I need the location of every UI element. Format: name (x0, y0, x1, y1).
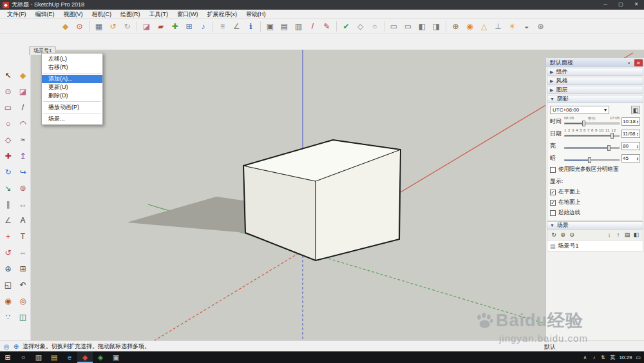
plant-component-icon[interactable]: ✚ (169, 20, 181, 32)
menu-window[interactable]: 窗口(W) (173, 10, 203, 18)
hidden-icons-expand-icon[interactable]: ∧ (582, 355, 588, 360)
dark-input[interactable]: 45 ▲▼ (621, 154, 640, 162)
date-slider[interactable]: 1 2 3 4 5 6 7 8 9 10 11 12 (564, 129, 620, 139)
section-shadows[interactable]: ▼ 阴影 (547, 95, 643, 103)
pin-icon[interactable]: ▪ (625, 60, 633, 66)
date-spinner[interactable]: ▲▼ (636, 132, 639, 136)
file-explorer-button[interactable]: ▤ (46, 351, 62, 363)
3d-text-tool-icon[interactable]: T (17, 230, 29, 242)
box-tool-icon-3[interactable]: ▥ (292, 20, 305, 32)
section-layers[interactable]: ▶ 图层 (547, 86, 643, 94)
walk-tool-icon[interactable]: ∵ (2, 311, 14, 323)
panel-close-button[interactable]: ✕ (634, 59, 643, 66)
solid-tool-icon-1[interactable]: ◇ (354, 20, 366, 32)
move-tool-icon[interactable]: ✚ (2, 150, 14, 162)
rotate-tool-icon[interactable]: ↻ (2, 166, 14, 178)
view-icon-2[interactable]: ▭ (402, 20, 414, 32)
start-button[interactable]: ⊞ (0, 351, 15, 363)
claim-credit-icon[interactable]: ⊕ (12, 342, 20, 350)
tray-default-label[interactable]: 默认 (544, 343, 556, 351)
dimension-tool-icon[interactable]: ↔ (17, 198, 29, 210)
geolocation-icon[interactable]: ◎ (3, 342, 10, 350)
style-icon-1[interactable]: ◧ (416, 20, 428, 32)
date-input[interactable]: 11/08 ▲▼ (621, 130, 640, 138)
scale-tool-icon[interactable]: ↘ (2, 182, 14, 194)
circle-tool-icon[interactable]: ○ (2, 117, 14, 130)
zoom-tool-icon[interactable]: ⊕ (2, 262, 14, 275)
box-tool-icon-2[interactable]: ▤ (278, 20, 290, 32)
time-spinner[interactable]: ▲▼ (636, 120, 639, 124)
push-pull-tool-icon[interactable]: ↥ (17, 150, 29, 162)
dark-slider-thumb[interactable] (588, 157, 591, 163)
dimension-icon[interactable]: ∠ (231, 20, 243, 32)
redo-icon[interactable]: ↻ (121, 20, 133, 32)
section-plane-tool-icon[interactable]: ◫ (17, 311, 29, 323)
maximize-button[interactable]: ▢ (613, 0, 629, 10)
scene-add-icon[interactable]: ⊕ (559, 231, 567, 239)
checkbox-use-sun[interactable] (550, 167, 556, 173)
eraser-tool-icon[interactable]: ◪ (17, 85, 29, 97)
pencil-tool-icon[interactable]: ✎ (321, 20, 333, 32)
select-tool-icon[interactable]: ↖ (2, 69, 14, 81)
position-camera-icon[interactable]: ⊕ (450, 20, 462, 32)
eraser-icon[interactable]: ◪ (140, 20, 153, 32)
validate-check-icon[interactable]: ✔ (340, 20, 352, 32)
scene-move-up-icon[interactable]: ↑ (614, 231, 622, 239)
checkbox-on-ground[interactable]: ✓ (550, 200, 556, 206)
menu-item-update[interactable]: 更新(U) (42, 83, 102, 92)
network-icon[interactable]: ⇅ (600, 355, 606, 360)
menu-item-add[interactable]: 添加(A)... (42, 75, 102, 83)
light-slider[interactable] (564, 141, 620, 151)
freehand-tool-icon[interactable]: ≈ (17, 133, 29, 146)
edge-browser-button[interactable]: e (62, 351, 77, 363)
dark-spinner[interactable]: ▲▼ (636, 157, 639, 161)
paint-tool-icon[interactable]: ⊙ (2, 85, 14, 97)
ime-indicator[interactable]: 英 (610, 354, 615, 361)
make-component-icon[interactable]: ◆ (59, 20, 71, 32)
rectangle-tool-icon[interactable]: ▭ (2, 101, 14, 113)
extras-icon[interactable]: ⊛ (535, 20, 547, 32)
menu-camera[interactable]: 相机(C) (88, 10, 117, 18)
sketchup-taskbar-button[interactable]: ◆ (77, 351, 93, 363)
view-icon-1[interactable]: ▭ (388, 20, 400, 32)
set-square-icon[interactable]: △ (478, 20, 490, 32)
pan-tool-icon[interactable]: ⇔ (17, 246, 29, 259)
close-button[interactable]: ✕ (629, 0, 644, 10)
app-button-1[interactable]: ◈ (93, 351, 108, 363)
volume-icon[interactable]: ♪ (591, 355, 597, 360)
model-info-icon[interactable]: ℹ (245, 20, 257, 32)
slash-tool-icon[interactable]: / (307, 20, 319, 32)
scene-options-icon[interactable]: ◧ (632, 231, 640, 239)
look-around-tool-icon[interactable]: ◎ (17, 295, 29, 307)
menu-item-delete[interactable]: 删除(D) (42, 92, 102, 100)
scene-move-down-icon[interactable]: ↓ (605, 231, 613, 239)
light-slider-thumb[interactable] (607, 145, 611, 151)
paint-bucket-icon[interactable]: ⊙ (73, 20, 86, 32)
checkbox-on-faces[interactable]: ✓ (550, 190, 556, 195)
section-scenes[interactable]: ▼ 场景 (547, 221, 643, 230)
scene-list-item[interactable]: ▤ 场景号1 (547, 240, 643, 252)
protractor-tool-icon[interactable]: ∠ (2, 214, 14, 226)
print-icon[interactable]: ▦ (93, 20, 105, 32)
orbit-tool-icon[interactable]: ↺ (2, 246, 14, 259)
time-input[interactable]: 10:18 ▲▼ (621, 117, 640, 126)
line-tool-icon[interactable]: / (17, 101, 29, 113)
paint-icon[interactable]: ▰ (155, 20, 167, 32)
menu-view[interactable]: 视图(V) (59, 10, 88, 18)
follow-me-tool-icon[interactable]: ↪ (17, 166, 29, 178)
task-view-button[interactable]: ▥ (31, 351, 46, 363)
menu-edit[interactable]: 编辑(E) (31, 10, 59, 18)
menu-item-move-right[interactable]: 右移(R) (42, 63, 102, 72)
sun-shadow-icon[interactable]: ☀ (506, 20, 518, 32)
scene-remove-icon[interactable]: ⊖ (568, 231, 576, 239)
scene-update-icon[interactable]: ↻ (550, 231, 558, 239)
light-spinner[interactable]: ▲▼ (636, 144, 639, 148)
menu-item-play-animation[interactable]: 播放动画(P) (42, 103, 102, 112)
make-component-tool-icon[interactable]: ◆ (17, 69, 29, 81)
tape-measure-tool-icon[interactable]: ∥ (2, 198, 14, 210)
section-plane-icon[interactable]: ◒ (520, 20, 533, 32)
box-tool-icon-1[interactable]: ▣ (264, 20, 276, 32)
menu-help[interactable]: 帮助(H) (242, 10, 270, 18)
menu-item-scenes[interactable]: 场景... (42, 115, 102, 123)
menu-extensions[interactable]: 扩展程序(x) (203, 10, 242, 18)
